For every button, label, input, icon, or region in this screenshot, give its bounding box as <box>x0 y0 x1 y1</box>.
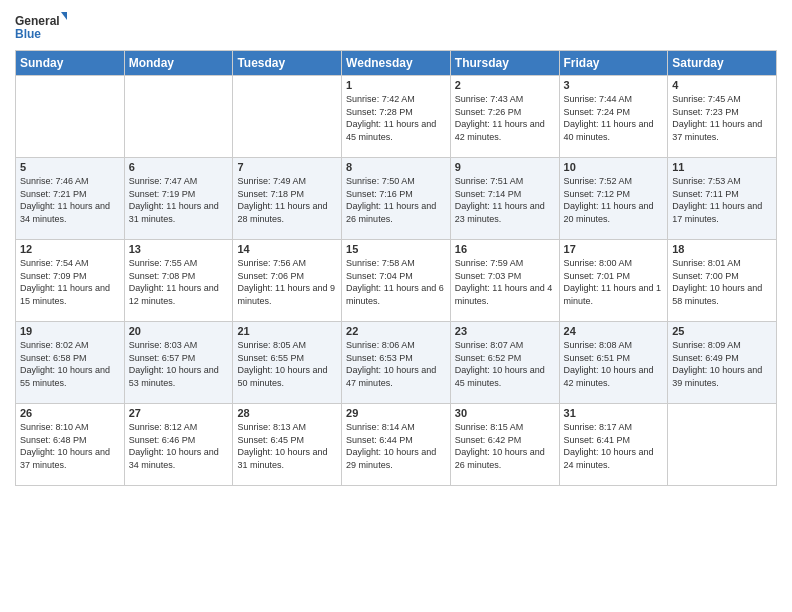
header-monday: Monday <box>124 51 233 76</box>
day-info: Sunrise: 7:43 AM Sunset: 7:26 PM Dayligh… <box>455 93 555 143</box>
day-info: Sunrise: 8:05 AM Sunset: 6:55 PM Dayligh… <box>237 339 337 389</box>
day-info: Sunrise: 7:52 AM Sunset: 7:12 PM Dayligh… <box>564 175 664 225</box>
calendar-row: 19Sunrise: 8:02 AM Sunset: 6:58 PM Dayli… <box>16 322 777 404</box>
calendar-row: 12Sunrise: 7:54 AM Sunset: 7:09 PM Dayli… <box>16 240 777 322</box>
calendar-cell <box>668 404 777 486</box>
day-number: 20 <box>129 325 229 337</box>
calendar-cell: 22Sunrise: 8:06 AM Sunset: 6:53 PM Dayli… <box>342 322 451 404</box>
calendar-cell: 21Sunrise: 8:05 AM Sunset: 6:55 PM Dayli… <box>233 322 342 404</box>
day-number: 1 <box>346 79 446 91</box>
calendar-cell: 25Sunrise: 8:09 AM Sunset: 6:49 PM Dayli… <box>668 322 777 404</box>
calendar-cell: 8Sunrise: 7:50 AM Sunset: 7:16 PM Daylig… <box>342 158 451 240</box>
day-info: Sunrise: 8:14 AM Sunset: 6:44 PM Dayligh… <box>346 421 446 471</box>
header-sunday: Sunday <box>16 51 125 76</box>
calendar-cell: 18Sunrise: 8:01 AM Sunset: 7:00 PM Dayli… <box>668 240 777 322</box>
svg-text:Blue: Blue <box>15 27 41 41</box>
calendar-cell: 27Sunrise: 8:12 AM Sunset: 6:46 PM Dayli… <box>124 404 233 486</box>
day-number: 11 <box>672 161 772 173</box>
day-info: Sunrise: 8:10 AM Sunset: 6:48 PM Dayligh… <box>20 421 120 471</box>
calendar-row: 5Sunrise: 7:46 AM Sunset: 7:21 PM Daylig… <box>16 158 777 240</box>
day-info: Sunrise: 8:06 AM Sunset: 6:53 PM Dayligh… <box>346 339 446 389</box>
calendar-cell: 11Sunrise: 7:53 AM Sunset: 7:11 PM Dayli… <box>668 158 777 240</box>
day-info: Sunrise: 8:03 AM Sunset: 6:57 PM Dayligh… <box>129 339 229 389</box>
day-info: Sunrise: 7:58 AM Sunset: 7:04 PM Dayligh… <box>346 257 446 307</box>
calendar-cell: 12Sunrise: 7:54 AM Sunset: 7:09 PM Dayli… <box>16 240 125 322</box>
calendar-cell: 9Sunrise: 7:51 AM Sunset: 7:14 PM Daylig… <box>450 158 559 240</box>
calendar-cell: 31Sunrise: 8:17 AM Sunset: 6:41 PM Dayli… <box>559 404 668 486</box>
calendar-cell: 19Sunrise: 8:02 AM Sunset: 6:58 PM Dayli… <box>16 322 125 404</box>
day-info: Sunrise: 8:07 AM Sunset: 6:52 PM Dayligh… <box>455 339 555 389</box>
day-number: 23 <box>455 325 555 337</box>
calendar-cell: 24Sunrise: 8:08 AM Sunset: 6:51 PM Dayli… <box>559 322 668 404</box>
header-saturday: Saturday <box>668 51 777 76</box>
day-number: 3 <box>564 79 664 91</box>
calendar-cell <box>124 76 233 158</box>
day-number: 16 <box>455 243 555 255</box>
day-info: Sunrise: 8:01 AM Sunset: 7:00 PM Dayligh… <box>672 257 772 307</box>
day-number: 25 <box>672 325 772 337</box>
day-number: 5 <box>20 161 120 173</box>
calendar-cell: 23Sunrise: 8:07 AM Sunset: 6:52 PM Dayli… <box>450 322 559 404</box>
day-info: Sunrise: 8:09 AM Sunset: 6:49 PM Dayligh… <box>672 339 772 389</box>
day-info: Sunrise: 8:17 AM Sunset: 6:41 PM Dayligh… <box>564 421 664 471</box>
day-info: Sunrise: 8:02 AM Sunset: 6:58 PM Dayligh… <box>20 339 120 389</box>
svg-marker-2 <box>61 12 67 20</box>
header-thursday: Thursday <box>450 51 559 76</box>
day-number: 15 <box>346 243 446 255</box>
day-info: Sunrise: 7:42 AM Sunset: 7:28 PM Dayligh… <box>346 93 446 143</box>
day-info: Sunrise: 7:47 AM Sunset: 7:19 PM Dayligh… <box>129 175 229 225</box>
weekday-header-row: Sunday Monday Tuesday Wednesday Thursday… <box>16 51 777 76</box>
calendar-cell: 13Sunrise: 7:55 AM Sunset: 7:08 PM Dayli… <box>124 240 233 322</box>
day-info: Sunrise: 7:49 AM Sunset: 7:18 PM Dayligh… <box>237 175 337 225</box>
header: General Blue <box>15 10 777 42</box>
calendar-cell <box>233 76 342 158</box>
day-info: Sunrise: 7:53 AM Sunset: 7:11 PM Dayligh… <box>672 175 772 225</box>
day-number: 2 <box>455 79 555 91</box>
day-number: 8 <box>346 161 446 173</box>
day-info: Sunrise: 7:51 AM Sunset: 7:14 PM Dayligh… <box>455 175 555 225</box>
calendar-cell: 15Sunrise: 7:58 AM Sunset: 7:04 PM Dayli… <box>342 240 451 322</box>
day-number: 10 <box>564 161 664 173</box>
day-number: 18 <box>672 243 772 255</box>
day-number: 14 <box>237 243 337 255</box>
day-number: 17 <box>564 243 664 255</box>
day-number: 13 <box>129 243 229 255</box>
calendar-cell: 17Sunrise: 8:00 AM Sunset: 7:01 PM Dayli… <box>559 240 668 322</box>
day-info: Sunrise: 7:46 AM Sunset: 7:21 PM Dayligh… <box>20 175 120 225</box>
calendar-cell: 16Sunrise: 7:59 AM Sunset: 7:03 PM Dayli… <box>450 240 559 322</box>
svg-text:General: General <box>15 14 60 28</box>
day-number: 24 <box>564 325 664 337</box>
header-tuesday: Tuesday <box>233 51 342 76</box>
calendar-cell: 26Sunrise: 8:10 AM Sunset: 6:48 PM Dayli… <box>16 404 125 486</box>
day-info: Sunrise: 8:08 AM Sunset: 6:51 PM Dayligh… <box>564 339 664 389</box>
day-number: 29 <box>346 407 446 419</box>
calendar-cell: 2Sunrise: 7:43 AM Sunset: 7:26 PM Daylig… <box>450 76 559 158</box>
day-info: Sunrise: 7:50 AM Sunset: 7:16 PM Dayligh… <box>346 175 446 225</box>
day-info: Sunrise: 8:13 AM Sunset: 6:45 PM Dayligh… <box>237 421 337 471</box>
calendar-cell: 6Sunrise: 7:47 AM Sunset: 7:19 PM Daylig… <box>124 158 233 240</box>
day-number: 7 <box>237 161 337 173</box>
page: General Blue Sunday Monday Tuesday Wedne… <box>0 0 792 612</box>
day-number: 4 <box>672 79 772 91</box>
day-number: 26 <box>20 407 120 419</box>
day-number: 30 <box>455 407 555 419</box>
calendar-row: 1Sunrise: 7:42 AM Sunset: 7:28 PM Daylig… <box>16 76 777 158</box>
day-info: Sunrise: 8:00 AM Sunset: 7:01 PM Dayligh… <box>564 257 664 307</box>
calendar-cell: 30Sunrise: 8:15 AM Sunset: 6:42 PM Dayli… <box>450 404 559 486</box>
day-number: 22 <box>346 325 446 337</box>
day-number: 21 <box>237 325 337 337</box>
day-number: 28 <box>237 407 337 419</box>
day-info: Sunrise: 7:54 AM Sunset: 7:09 PM Dayligh… <box>20 257 120 307</box>
calendar-cell: 7Sunrise: 7:49 AM Sunset: 7:18 PM Daylig… <box>233 158 342 240</box>
calendar-cell: 14Sunrise: 7:56 AM Sunset: 7:06 PM Dayli… <box>233 240 342 322</box>
calendar-cell: 29Sunrise: 8:14 AM Sunset: 6:44 PM Dayli… <box>342 404 451 486</box>
calendar-cell: 3Sunrise: 7:44 AM Sunset: 7:24 PM Daylig… <box>559 76 668 158</box>
day-info: Sunrise: 8:12 AM Sunset: 6:46 PM Dayligh… <box>129 421 229 471</box>
day-number: 19 <box>20 325 120 337</box>
calendar-cell: 20Sunrise: 8:03 AM Sunset: 6:57 PM Dayli… <box>124 322 233 404</box>
header-wednesday: Wednesday <box>342 51 451 76</box>
day-number: 31 <box>564 407 664 419</box>
calendar-cell: 10Sunrise: 7:52 AM Sunset: 7:12 PM Dayli… <box>559 158 668 240</box>
day-number: 12 <box>20 243 120 255</box>
day-info: Sunrise: 7:44 AM Sunset: 7:24 PM Dayligh… <box>564 93 664 143</box>
